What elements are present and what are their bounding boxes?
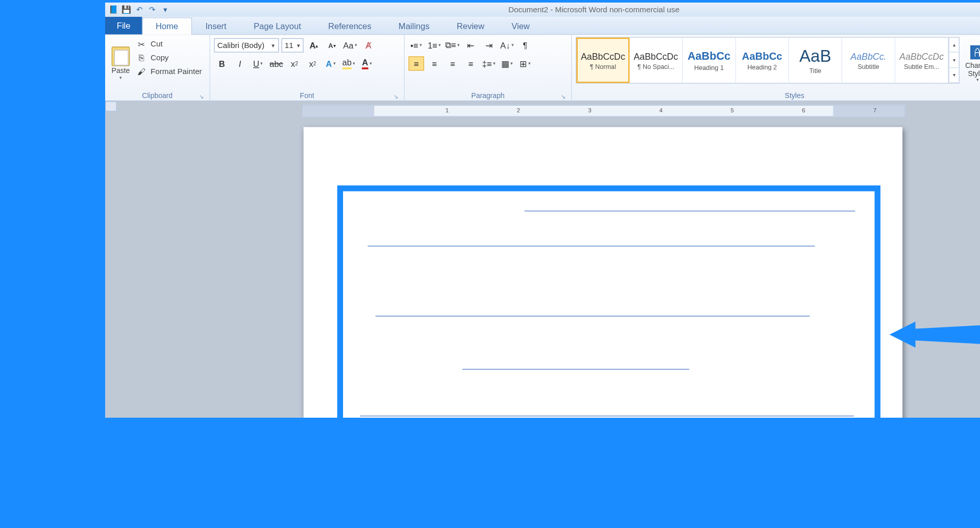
- document-page[interactable]: [304, 127, 902, 418]
- group-label-styles[interactable]: Styles: [576, 90, 980, 100]
- style-name: ¶ Normal: [590, 62, 616, 69]
- ruler-tick: 5: [731, 107, 734, 113]
- horizontal-line[interactable]: [360, 416, 854, 416]
- numbering-button[interactable]: 1≡: [427, 38, 442, 53]
- file-tab[interactable]: File: [105, 16, 142, 35]
- group-label-paragraph[interactable]: Paragraph: [408, 90, 567, 100]
- horizontal-line[interactable]: [368, 246, 815, 246]
- horizontal-line[interactable]: [525, 211, 855, 211]
- ruler-left-margin: [303, 106, 374, 116]
- tab-mailings[interactable]: Mailings: [385, 17, 443, 34]
- bold-button[interactable]: B: [214, 56, 229, 70]
- group-styles: AaBbCcDc ¶ Normal AaBbCcDc ¶ No Spaci...…: [572, 35, 980, 101]
- style-subtle-emphasis[interactable]: AaBbCcDc Subtle Em...: [895, 38, 948, 83]
- font-color-button[interactable]: A: [359, 56, 375, 70]
- change-styles-label: Change Styles: [962, 62, 980, 77]
- highlight-button[interactable]: ab: [341, 56, 356, 70]
- tab-page-layout[interactable]: Page Layout: [240, 17, 314, 34]
- gallery-row-up[interactable]: ▴: [949, 38, 959, 53]
- tab-view[interactable]: View: [498, 17, 544, 34]
- title-bar: 📘 💾 ↶ ↷ ▾ Document2 - Microsoft Word non…: [105, 3, 980, 17]
- style-name: Heading 2: [747, 63, 777, 70]
- tab-home[interactable]: Home: [142, 17, 191, 35]
- ruler-tick: 1: [446, 107, 449, 113]
- group-clipboard: Paste ▾ ✂ Cut ⎘ Copy 🖌 Format Painter: [105, 35, 210, 101]
- gallery-row-down[interactable]: ▾: [949, 53, 959, 68]
- superscript-button[interactable]: x2: [305, 56, 320, 70]
- multilevel-list-button[interactable]: ⧉≡: [445, 38, 460, 53]
- qat-save-icon[interactable]: 💾: [120, 4, 132, 16]
- ruler-tick: 4: [659, 107, 663, 113]
- format-painter-button[interactable]: 🖌 Format Painter: [135, 65, 203, 77]
- style-sample: AaBbCc.: [850, 51, 886, 61]
- ribbon-tabstrip: File Home Insert Page Layout References …: [105, 17, 980, 35]
- ruler-tick: 2: [517, 107, 520, 113]
- align-center-button[interactable]: ≡: [427, 56, 442, 70]
- ruler-tick: 7: [873, 107, 876, 113]
- change-case-button[interactable]: Aa: [342, 38, 358, 53]
- line-spacing-button[interactable]: ‡≡: [481, 56, 497, 70]
- paste-button[interactable]: Paste ▾: [109, 37, 133, 90]
- font-size-combo[interactable]: 11▼: [281, 38, 303, 53]
- style-no-spacing[interactable]: AaBbCcDc ¶ No Spaci...: [629, 38, 682, 83]
- style-sample: AaB: [799, 46, 831, 66]
- borders-button[interactable]: ⊞: [518, 56, 533, 70]
- shading-button[interactable]: ▦: [499, 56, 514, 70]
- ruler-tick: 3: [588, 107, 591, 113]
- paste-icon: [112, 46, 130, 66]
- style-name: ¶ No Spaci...: [638, 62, 674, 69]
- horizontal-line[interactable]: [462, 369, 690, 370]
- group-label-font[interactable]: Font: [214, 90, 400, 100]
- strikethrough-button[interactable]: abc: [268, 56, 284, 70]
- align-right-button[interactable]: ≡: [445, 56, 460, 70]
- window-title: Document2 - Microsoft Word non-commercia…: [508, 5, 679, 14]
- subscript-button[interactable]: x2: [287, 56, 302, 70]
- qat-redo-icon[interactable]: ↷: [146, 4, 158, 16]
- format-painter-icon: 🖌: [136, 66, 146, 76]
- tab-references[interactable]: References: [314, 17, 385, 34]
- horizontal-ruler[interactable]: 1 2 3 4 5 6 7: [302, 105, 905, 117]
- styles-gallery: AaBbCcDc ¶ Normal AaBbCcDc ¶ No Spaci...…: [576, 37, 960, 83]
- style-heading-2[interactable]: AaBbCc Heading 2: [736, 38, 789, 83]
- style-subtitle[interactable]: AaBbCc. Subtitle: [842, 38, 895, 83]
- qat-customize-icon[interactable]: ▾: [160, 4, 172, 16]
- quick-access-toolbar: 📘 💾 ↶ ↷ ▾: [105, 4, 172, 16]
- gallery-more[interactable]: ▾: [949, 68, 959, 83]
- style-normal[interactable]: AaBbCcDc ¶ Normal: [576, 38, 629, 83]
- qat-undo-icon[interactable]: ↶: [134, 4, 145, 16]
- clear-formatting-button[interactable]: Ⱥ: [360, 38, 376, 53]
- format-painter-label: Format Painter: [151, 67, 202, 76]
- style-heading-1[interactable]: AaBbCc Heading 1: [683, 38, 736, 83]
- ruler-tick: 6: [802, 107, 805, 113]
- group-label-clipboard[interactable]: Clipboard: [109, 90, 206, 100]
- align-left-button[interactable]: ≡: [408, 56, 424, 70]
- annotation-arrow-icon: [890, 318, 980, 351]
- cut-button[interactable]: ✂ Cut: [135, 38, 203, 50]
- word-app-icon[interactable]: 📘: [108, 4, 119, 16]
- cut-label: Cut: [151, 39, 163, 49]
- shrink-font-button[interactable]: A▾: [324, 38, 339, 53]
- paste-label: Paste: [112, 67, 130, 75]
- vertical-ruler-toggle[interactable]: [105, 101, 117, 111]
- show-hide-button[interactable]: ¶: [518, 38, 533, 53]
- copy-button[interactable]: ⎘ Copy: [135, 52, 203, 64]
- italic-button[interactable]: I: [232, 56, 248, 70]
- underline-button[interactable]: U: [250, 56, 265, 70]
- increase-indent-button[interactable]: ⇥: [481, 38, 497, 53]
- sort-button[interactable]: A↓: [499, 38, 514, 53]
- decrease-indent-button[interactable]: ⇤: [463, 38, 478, 53]
- justify-button[interactable]: ≡: [463, 56, 478, 70]
- style-name: Title: [810, 67, 822, 75]
- tab-review[interactable]: Review: [443, 17, 498, 34]
- style-sample: AaBbCc: [688, 50, 730, 62]
- bullets-button[interactable]: •≡: [408, 38, 424, 53]
- style-title[interactable]: AaB Title: [789, 38, 842, 83]
- change-styles-button[interactable]: 🅰 Change Styles ▾: [960, 37, 980, 90]
- tab-insert[interactable]: Insert: [192, 17, 240, 34]
- annotation-highlight-box: [337, 185, 880, 418]
- text-effects-button[interactable]: A: [323, 56, 338, 70]
- ruler-right-margin: [833, 106, 904, 116]
- grow-font-button[interactable]: A▴: [306, 38, 322, 53]
- font-name-combo[interactable]: Calibri (Body)▼: [214, 38, 279, 53]
- horizontal-line[interactable]: [376, 316, 810, 316]
